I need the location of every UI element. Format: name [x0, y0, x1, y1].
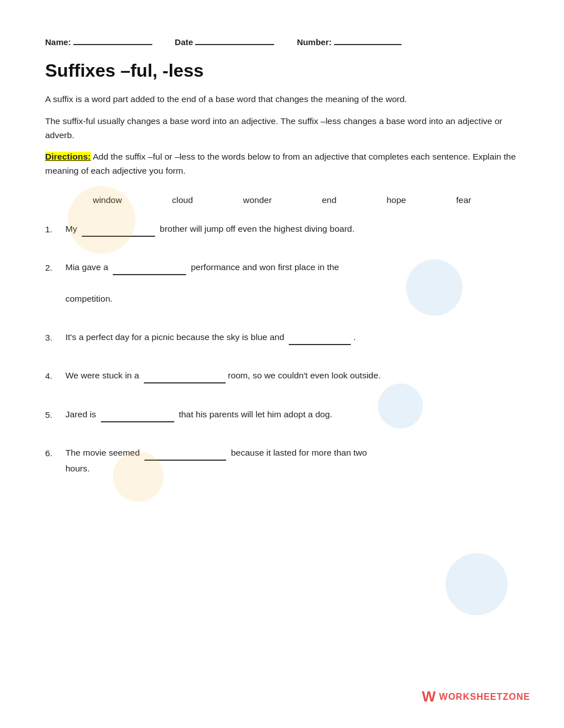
questions-list: 1. My brother will jump off even the hig…	[45, 221, 519, 476]
intro-paragraph-2: The suffix-ful usually changes a base wo…	[45, 114, 519, 143]
question-5: 5. Jared is that his parents will let hi…	[45, 407, 519, 422]
name-underline	[73, 34, 152, 45]
question-4-number: 4.	[45, 368, 65, 383]
question-5-text: Jared is that his parents will let him a…	[65, 407, 519, 422]
question-6-blank[interactable]	[144, 448, 226, 461]
logo-text: WORKSHEETZONE	[439, 692, 530, 702]
date-underline	[195, 34, 274, 45]
question-4-text: We were stuck in a room, so we couldn't …	[65, 368, 519, 383]
date-field: Date	[175, 34, 275, 47]
date-label: Date	[175, 37, 193, 47]
question-4-blank[interactable]	[144, 371, 226, 383]
word-bank-item-0: window	[92, 195, 122, 205]
word-bank-item-3: end	[322, 195, 337, 205]
word-bank-item-1: cloud	[172, 195, 193, 205]
question-6-text: The movie seemed because it lasted for m…	[65, 445, 519, 476]
word-bank-item-2: wonder	[243, 195, 272, 205]
number-label: Number:	[297, 37, 332, 47]
directions-text: Add the suffix –ful or –less to the word…	[45, 152, 516, 175]
name-label: Name:	[45, 37, 71, 47]
directions-label: Directions:	[45, 152, 91, 161]
question-1-blank[interactable]	[82, 224, 155, 237]
question-6-number: 6.	[45, 445, 65, 461]
question-1: 1. My brother will jump off even the hig…	[45, 221, 519, 237]
word-bank-item-5: fear	[456, 195, 472, 205]
number-field: Number:	[297, 34, 402, 47]
word-bank-item-4: hope	[386, 195, 406, 205]
question-2-text: Mia gave a performance and won first pla…	[65, 259, 519, 307]
branding-area: W WORKSHEETZONE	[422, 688, 530, 705]
logo-text-normal: WORKSHEET	[439, 692, 503, 701]
question-4: 4. We were stuck in a room, so we couldn…	[45, 368, 519, 383]
question-2: 2. Mia gave a performance and won first …	[45, 259, 519, 307]
logo-w-icon: W	[422, 688, 436, 705]
intro-paragraph-1: A suffix is a word part added to the end…	[45, 92, 519, 107]
question-2-number: 2.	[45, 259, 65, 275]
question-1-text: My brother will jump off even the highes…	[65, 221, 519, 237]
question-6: 6. The movie seemed because it lasted fo…	[45, 445, 519, 476]
question-2-blank[interactable]	[113, 263, 186, 275]
header-row: Name: Date Number:	[45, 34, 519, 47]
question-1-number: 1.	[45, 221, 65, 237]
question-3: 3. It's a perfect day for a picnic becau…	[45, 329, 519, 345]
directions-paragraph: Directions: Add the suffix –ful or –less…	[45, 150, 519, 178]
question-5-number: 5.	[45, 407, 65, 422]
word-bank: window cloud wonder end hope fear	[68, 195, 496, 205]
question-3-text: It's a perfect day for a picnic because …	[65, 329, 519, 345]
worksheetzone-logo: W WORKSHEETZONE	[422, 688, 530, 705]
question-5-blank[interactable]	[101, 410, 174, 422]
page-title: Suffixes –ful, -less	[45, 60, 519, 81]
decorative-blob-5	[446, 553, 508, 615]
name-field: Name:	[45, 34, 152, 47]
question-3-number: 3.	[45, 329, 65, 345]
question-3-blank[interactable]	[289, 333, 351, 345]
logo-text-accent: ZONE	[503, 692, 530, 701]
number-underline	[334, 34, 402, 45]
